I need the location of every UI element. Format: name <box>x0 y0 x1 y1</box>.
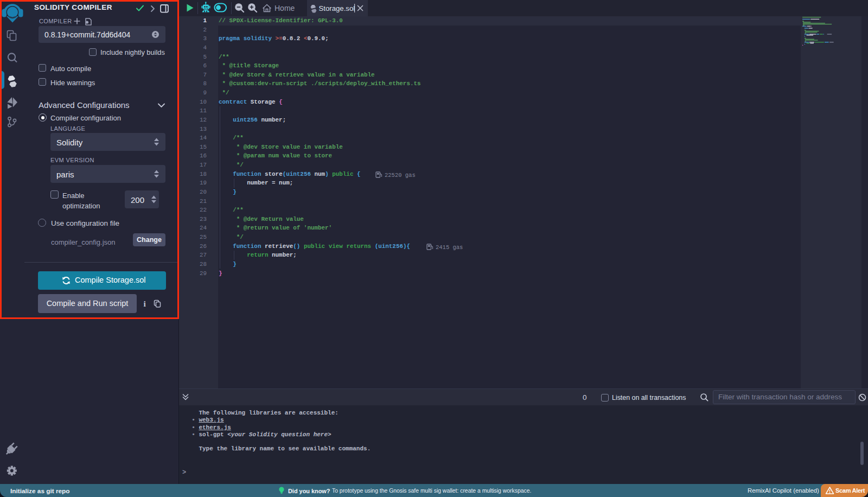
svg-text:Home: Home <box>275 4 295 12</box>
svg-text:Storage.sol: Storage.sol <box>319 4 355 12</box>
